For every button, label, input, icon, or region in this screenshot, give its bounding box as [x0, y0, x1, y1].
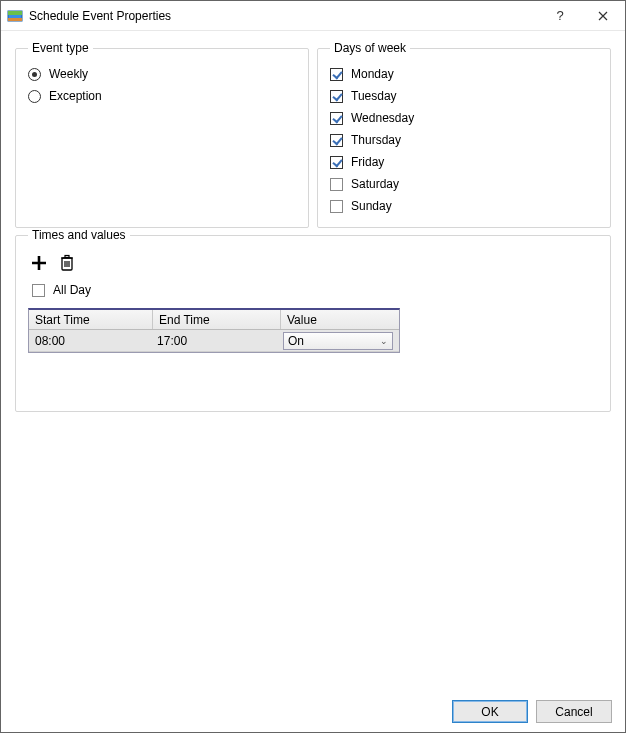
table-row[interactable]: 08:00 17:00 On ⌄: [29, 330, 399, 352]
grid-header: Start Time End Time Value: [29, 310, 399, 330]
times-grid: Start Time End Time Value 08:00 17:00 On…: [28, 308, 400, 353]
radio-weekly[interactable]: Weekly: [28, 63, 296, 85]
check-thursday[interactable]: Thursday: [330, 129, 598, 151]
radio-icon: [28, 90, 41, 103]
value-dropdown-text: On: [288, 334, 304, 348]
checkbox-icon: [330, 134, 343, 147]
radio-label: Weekly: [49, 67, 88, 81]
times-toolbar: [28, 250, 598, 278]
check-label: Monday: [351, 67, 394, 81]
cell-end-time[interactable]: 17:00: [151, 330, 277, 351]
col-header-end[interactable]: End Time: [153, 310, 281, 329]
event-type-group: Event type Weekly Exception: [15, 41, 309, 228]
checkbox-icon: [330, 90, 343, 103]
svg-rect-1: [8, 11, 22, 15]
check-wednesday[interactable]: Wednesday: [330, 107, 598, 129]
ok-button[interactable]: OK: [452, 700, 528, 723]
help-button[interactable]: ?: [540, 1, 580, 31]
check-label: Friday: [351, 155, 384, 169]
check-saturday[interactable]: Saturday: [330, 173, 598, 195]
checkbox-icon: [330, 200, 343, 213]
checkbox-icon: [330, 156, 343, 169]
cancel-button[interactable]: Cancel: [536, 700, 612, 723]
titlebar: Schedule Event Properties ?: [1, 1, 625, 31]
check-monday[interactable]: Monday: [330, 63, 598, 85]
dialog-footer: OK Cancel: [452, 700, 612, 723]
check-label: Thursday: [351, 133, 401, 147]
add-button[interactable]: [28, 252, 50, 274]
svg-rect-2: [8, 18, 22, 21]
times-values-legend: Times and values: [28, 228, 130, 242]
chevron-down-icon: ⌄: [380, 336, 388, 346]
svg-rect-4: [65, 256, 69, 258]
days-of-week-group: Days of week Monday Tuesday Wednesday Th…: [317, 41, 611, 228]
checkbox-icon: [330, 178, 343, 191]
event-type-legend: Event type: [28, 41, 93, 55]
all-day-label: All Day: [53, 283, 91, 297]
cell-start-time[interactable]: 08:00: [29, 330, 151, 351]
close-button[interactable]: [580, 1, 625, 31]
check-sunday[interactable]: Sunday: [330, 195, 598, 217]
days-of-week-legend: Days of week: [330, 41, 410, 55]
radio-exception[interactable]: Exception: [28, 85, 296, 107]
check-label: Tuesday: [351, 89, 397, 103]
app-icon: [7, 8, 23, 24]
check-label: Wednesday: [351, 111, 414, 125]
radio-label: Exception: [49, 89, 102, 103]
value-dropdown[interactable]: On ⌄: [283, 332, 393, 350]
check-label: Sunday: [351, 199, 392, 213]
cell-value[interactable]: On ⌄: [277, 330, 399, 351]
check-tuesday[interactable]: Tuesday: [330, 85, 598, 107]
col-header-value[interactable]: Value: [281, 310, 399, 329]
times-values-group: Times and values All Day Start Time E: [15, 228, 611, 412]
radio-icon: [28, 68, 41, 81]
checkbox-icon: [330, 68, 343, 81]
all-day-checkbox[interactable]: All Day: [28, 280, 598, 300]
check-label: Saturday: [351, 177, 399, 191]
checkbox-icon: [32, 284, 45, 297]
window-title: Schedule Event Properties: [29, 9, 171, 23]
delete-button[interactable]: [56, 252, 78, 274]
checkbox-icon: [330, 112, 343, 125]
check-friday[interactable]: Friday: [330, 151, 598, 173]
col-header-start[interactable]: Start Time: [29, 310, 153, 329]
